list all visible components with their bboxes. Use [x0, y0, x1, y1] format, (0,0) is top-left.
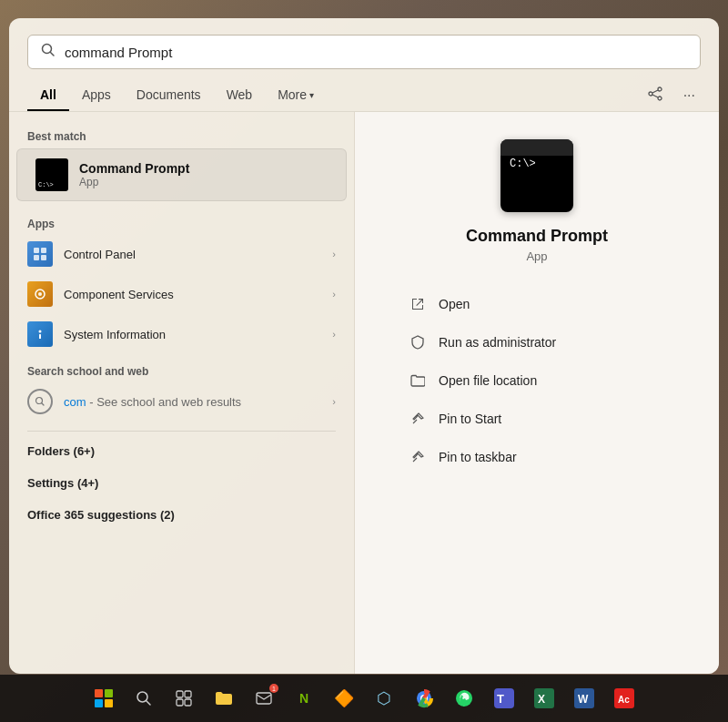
open-icon	[408, 294, 428, 314]
svg-text:W: W	[578, 693, 589, 706]
ellipsis-icon: ···	[683, 87, 695, 103]
taskbar-vlc[interactable]: 🔶	[326, 680, 362, 717]
svg-rect-7	[34, 248, 39, 253]
folders-section[interactable]: Folders (6+)	[9, 435, 354, 467]
svg-rect-24	[185, 699, 191, 706]
action-open-file-location[interactable]: Open file location	[400, 361, 673, 400]
app-preview-type: App	[526, 249, 547, 263]
whatsapp-icon	[454, 688, 474, 708]
app-preview-name: Command Prompt	[466, 227, 608, 246]
app-item-system-info[interactable]: System Information ›	[9, 314, 354, 354]
svg-rect-22	[185, 691, 191, 697]
best-match-item[interactable]: Command Prompt App	[16, 148, 347, 201]
pin-taskbar-icon	[408, 447, 428, 467]
taskbar-search[interactable]	[126, 680, 162, 717]
svg-line-16	[42, 403, 45, 406]
task-view-icon	[175, 689, 193, 707]
action-run-as-admin[interactable]: Run as administrator	[400, 323, 673, 361]
taskbar-word[interactable]: W	[566, 680, 602, 717]
taskbar-file-explorer[interactable]	[206, 680, 242, 717]
more-options-button[interactable]: ···	[678, 84, 701, 107]
pin-start-icon	[408, 409, 428, 429]
component-services-name: Component Services	[64, 288, 321, 301]
svg-line-17	[413, 420, 417, 423]
chevron-right-icon-3: ›	[332, 329, 336, 340]
vlc-icon: 🔶	[334, 688, 354, 708]
svg-rect-10	[41, 255, 46, 260]
taskbar-mail[interactable]: 1	[246, 680, 282, 717]
svg-rect-21	[177, 691, 183, 697]
best-match-type: App	[79, 176, 189, 188]
svg-line-18	[413, 458, 417, 462]
svg-point-4	[658, 97, 662, 100]
svg-point-12	[38, 292, 42, 296]
chevron-right-icon-1: ›	[332, 249, 336, 259]
tabs-right: ···	[642, 82, 701, 109]
share-button[interactable]	[642, 82, 669, 109]
action-open[interactable]: Open	[400, 285, 673, 323]
shield-icon	[408, 332, 428, 352]
office-section[interactable]: Office 365 suggestions (2)	[9, 499, 354, 531]
taskbar-teams[interactable]: T	[486, 680, 522, 717]
best-match-text: Command Prompt App	[79, 161, 189, 188]
taskbar-qbittorrent[interactable]: ⬡	[366, 680, 402, 717]
svg-text:Ac: Ac	[618, 695, 630, 705]
search-web-text: com - See school and web results	[64, 395, 321, 409]
main-content: Best match Command Prompt App Apps	[9, 112, 719, 674]
qbittorrent-icon: ⬡	[377, 688, 391, 708]
tab-all[interactable]: All	[27, 80, 69, 111]
taskbar-whatsapp[interactable]	[446, 680, 482, 717]
search-icon	[41, 43, 56, 61]
tab-documents[interactable]: Documents	[124, 80, 214, 111]
file-explorer-icon	[214, 688, 234, 708]
svg-point-3	[649, 92, 652, 96]
taskbar-acrobat[interactable]: Ac	[606, 680, 642, 717]
divider-1	[27, 431, 336, 432]
tab-web[interactable]: Web	[214, 80, 266, 111]
excel-icon: X	[534, 688, 554, 708]
settings-section[interactable]: Settings (4+)	[9, 467, 354, 499]
svg-text:X: X	[538, 693, 545, 706]
folder-icon	[408, 371, 428, 391]
chevron-down-icon: ▾	[309, 90, 314, 100]
command-prompt-icon	[35, 158, 68, 191]
svg-rect-8	[41, 248, 46, 253]
search-input[interactable]	[65, 45, 687, 60]
svg-rect-23	[177, 699, 183, 706]
taskbar-nvidia[interactable]: N	[286, 680, 322, 717]
mail-notification-badge: 1	[269, 684, 278, 693]
search-web-label: Search school and web	[9, 360, 354, 381]
pin-to-start-label: Pin to Start	[439, 412, 501, 426]
tab-more[interactable]: More ▾	[265, 80, 327, 111]
control-panel-icon	[27, 241, 53, 267]
windows-logo-icon	[95, 689, 113, 707]
app-item-control-panel[interactable]: Control Panel ›	[9, 234, 354, 274]
nvidia-icon: N	[299, 691, 308, 706]
pin-to-taskbar-label: Pin to taskbar	[439, 450, 517, 464]
best-match-label: Best match	[9, 125, 354, 147]
action-list: Open Run as administrator	[400, 285, 673, 476]
search-bar	[27, 35, 701, 69]
taskbar-chrome[interactable]	[406, 680, 442, 717]
svg-line-6	[652, 95, 658, 97]
action-pin-to-start[interactable]: Pin to Start	[400, 400, 673, 438]
search-panel: All Apps Documents Web More ▾ ···	[9, 18, 719, 674]
app-preview-icon	[500, 139, 573, 212]
svg-line-5	[652, 90, 658, 93]
taskbar-windows-button[interactable]	[86, 680, 122, 717]
search-web-item[interactable]: com - See school and web results ›	[9, 381, 354, 422]
tab-apps[interactable]: Apps	[69, 80, 124, 111]
chevron-right-icon-4: ›	[332, 396, 336, 407]
chrome-icon	[414, 688, 434, 708]
taskbar-excel[interactable]: X	[526, 680, 562, 717]
apps-section-label: Apps	[9, 212, 354, 234]
app-item-component-services[interactable]: Component Services ›	[9, 274, 354, 314]
best-match-name: Command Prompt	[79, 161, 189, 176]
search-circle-icon	[27, 389, 53, 414]
acrobat-icon: Ac	[614, 688, 634, 708]
search-taskbar-icon	[135, 689, 153, 707]
control-panel-name: Control Panel	[64, 248, 321, 261]
action-pin-to-taskbar[interactable]: Pin to taskbar	[400, 438, 673, 476]
svg-rect-25	[257, 693, 271, 704]
taskbar-task-view[interactable]	[166, 680, 202, 717]
